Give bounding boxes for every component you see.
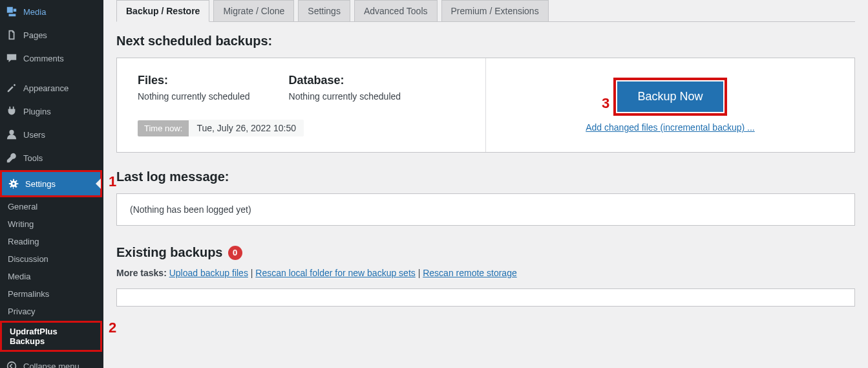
sidebar-sub-discussion[interactable]: Discussion xyxy=(0,250,103,268)
collapse-label: Collapse menu xyxy=(23,362,79,369)
sidebar-sub-updraftplus[interactable]: UpdraftPlus Backups xyxy=(2,323,100,350)
sidebar-label: Pages xyxy=(23,30,47,40)
comments-icon xyxy=(5,52,18,65)
rescan-remote-link[interactable]: Rescan remote storage xyxy=(423,268,517,278)
sidebar-item-media[interactable]: Media xyxy=(0,0,103,23)
active-arrow-icon xyxy=(96,179,101,189)
media-icon xyxy=(5,5,18,18)
sidebar-label: Tools xyxy=(23,153,43,163)
backup-now-button[interactable]: Backup Now xyxy=(617,81,723,112)
appearance-icon xyxy=(5,81,18,94)
upload-backup-files-link[interactable]: Upload backup files xyxy=(169,268,248,278)
sidebar-label: Media xyxy=(23,7,46,17)
backup-action-area: Backup Now Add changed files (incrementa… xyxy=(486,58,854,152)
sidebar-label: Users xyxy=(23,130,45,140)
users-icon xyxy=(5,128,18,141)
tab-premium-extensions[interactable]: Premium / Extensions xyxy=(441,0,549,22)
tab-backup-restore[interactable]: Backup / Restore xyxy=(116,0,209,22)
main-content: Backup / Restore Migrate / Clone Setting… xyxy=(103,0,868,368)
sidebar-sub-writing[interactable]: Writing xyxy=(0,215,103,233)
sidebar-item-pages[interactable]: Pages xyxy=(0,23,103,47)
database-value: Nothing currently scheduled xyxy=(289,91,401,102)
sidebar-label: Appearance xyxy=(23,83,69,93)
sidebar-item-plugins[interactable]: Plugins xyxy=(0,100,103,123)
sidebar-item-comments[interactable]: Comments xyxy=(0,47,103,70)
annotation-1: 1 xyxy=(109,173,116,190)
existing-backups-table xyxy=(116,288,855,307)
sidebar-item-tools[interactable]: Tools xyxy=(0,146,103,169)
collapse-menu-button[interactable]: Collapse menu xyxy=(0,354,103,368)
annotation-3: 3 xyxy=(602,95,609,112)
database-label: Database: xyxy=(289,74,401,87)
sidebar-item-appearance[interactable]: Appearance xyxy=(0,76,103,100)
files-value: Nothing currently scheduled xyxy=(138,91,250,102)
tools-icon xyxy=(5,151,18,164)
sidebar-sub-general[interactable]: General xyxy=(0,198,103,215)
more-tasks-row: More tasks: Upload backup files | Rescan… xyxy=(116,268,855,278)
existing-backups-heading: Existing backups xyxy=(116,245,223,260)
next-backups-panel: Files: Nothing currently scheduled Datab… xyxy=(116,58,855,153)
next-backups-info: Files: Nothing currently scheduled Datab… xyxy=(117,58,486,152)
existing-backups-count: 0 xyxy=(228,246,242,260)
log-panel: (Nothing has been logged yet) xyxy=(116,193,855,226)
annotation-box-backup-now: Backup Now xyxy=(613,78,726,116)
incremental-backup-link[interactable]: Add changed files (incremental backup) .… xyxy=(586,122,754,133)
sidebar-label: Comments xyxy=(23,54,64,63)
sidebar-sub-reading[interactable]: Reading xyxy=(0,233,103,250)
annotation-2: 2 xyxy=(109,319,116,336)
time-now-label: Time now: xyxy=(138,120,189,136)
log-content: (Nothing has been logged yet) xyxy=(130,204,251,215)
last-log-heading: Last log message: xyxy=(116,169,855,184)
annotation-box-settings: Settings xyxy=(0,170,102,197)
sidebar-sub-media[interactable]: Media xyxy=(0,268,103,285)
next-backups-heading: Next scheduled backups: xyxy=(116,34,855,49)
time-now-value: Tue, July 26, 2022 10:50 xyxy=(189,120,304,136)
tab-advanced-tools[interactable]: Advanced Tools xyxy=(354,0,438,22)
tab-migrate-clone[interactable]: Migrate / Clone xyxy=(213,0,294,22)
more-tasks-label: More tasks: xyxy=(116,268,167,278)
sidebar-item-settings[interactable]: Settings xyxy=(2,172,100,195)
rescan-local-link[interactable]: Rescan local folder for new backup sets xyxy=(255,268,415,278)
pages-icon xyxy=(5,28,18,41)
tab-settings[interactable]: Settings xyxy=(298,0,350,22)
annotation-box-updraft: UpdraftPlus Backups xyxy=(0,321,102,352)
sidebar-sub-privacy[interactable]: Privacy xyxy=(0,303,103,320)
collapse-icon xyxy=(5,360,18,368)
sidebar-item-users[interactable]: Users xyxy=(0,123,103,146)
files-label: Files: xyxy=(138,74,250,87)
tab-bar: Backup / Restore Migrate / Clone Setting… xyxy=(116,0,855,22)
sidebar-sub-permalinks[interactable]: Permalinks xyxy=(0,285,103,303)
settings-icon xyxy=(7,177,20,190)
sidebar-label: Settings xyxy=(25,179,56,189)
plugins-icon xyxy=(5,105,18,118)
admin-sidebar: Media Pages Comments Appearance Plugins … xyxy=(0,0,103,368)
sidebar-label: Plugins xyxy=(23,107,51,116)
